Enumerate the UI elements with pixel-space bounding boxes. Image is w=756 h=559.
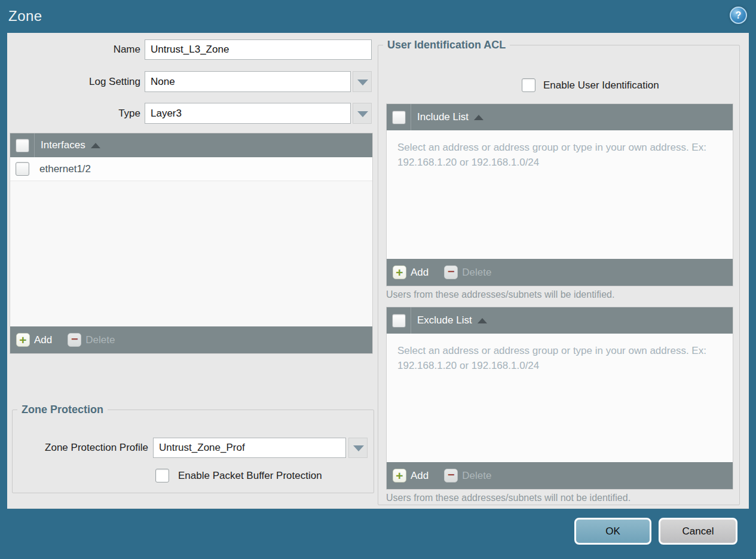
type-label: Type	[7, 103, 140, 124]
add-button-label: Add	[34, 334, 52, 346]
packet-buffer-protection-checkbox[interactable]	[155, 469, 169, 482]
exclude-add-button[interactable]: + Add	[393, 469, 428, 482]
include-list-column-header[interactable]: Include List	[417, 111, 469, 123]
ok-button[interactable]: OK	[574, 518, 651, 545]
sort-ascending-icon[interactable]	[478, 318, 487, 323]
interface-row[interactable]: ethernet1/2	[10, 157, 372, 181]
delete-button-label: Delete	[462, 267, 491, 279]
exclude-select-all-checkbox[interactable]	[392, 314, 406, 328]
zone-dialog-window: Zone ? Name Log Setting None Type Layer3…	[0, 0, 756, 559]
add-button-label: Add	[411, 470, 428, 482]
user-identification-acl-legend: User Identification ACL	[383, 39, 510, 51]
interfaces-list: ethernet1/2	[10, 157, 372, 326]
type-dropdown-button[interactable]	[353, 103, 372, 124]
delete-button-label: Delete	[462, 470, 491, 482]
interfaces-select-all-checkbox[interactable]	[16, 139, 29, 152]
include-list-body[interactable]: Select an address or address group or ty…	[387, 130, 733, 259]
exclude-list-header: Exclude List	[387, 307, 733, 334]
minus-icon: −	[444, 265, 458, 279]
enable-user-identification-checkbox[interactable]	[522, 78, 535, 92]
interface-row-checkbox[interactable]	[16, 162, 29, 176]
exclude-list-hint: Users from these addresses/subnets will …	[386, 493, 630, 503]
zone-protection-profile-dropdown[interactable]: Untrust_Zone_Prof	[153, 438, 346, 458]
include-delete-button[interactable]: − Delete	[444, 265, 491, 279]
chevron-down-icon	[357, 80, 368, 85]
exclude-list-column-header[interactable]: Exclude List	[417, 314, 472, 326]
include-list-placeholder: Select an address or address group or ty…	[387, 130, 721, 180]
plus-icon: +	[393, 265, 406, 279]
add-button-label: Add	[411, 267, 428, 279]
include-select-all-cell	[387, 104, 411, 130]
exclude-select-all-cell	[387, 307, 411, 334]
delete-button-label: Delete	[85, 334, 115, 346]
log-setting-label: Log Setting	[7, 71, 140, 92]
interfaces-select-all-cell	[10, 133, 35, 157]
interfaces-toolbar: + Add − Delete	[10, 326, 372, 353]
zone-protection-profile-dropdown-button[interactable]	[348, 438, 368, 458]
packet-buffer-protection-label: Enable Packet Buffer Protection	[178, 469, 322, 483]
plus-icon: +	[16, 333, 30, 347]
interface-name: ethernet1/2	[39, 163, 91, 175]
log-setting-dropdown-button[interactable]	[353, 71, 372, 92]
minus-icon: −	[444, 469, 458, 482]
include-list-table: Include List Select an address or addres…	[386, 103, 733, 286]
exclude-list-body[interactable]: Select an address or address group or ty…	[387, 334, 733, 462]
include-list-hint: Users from these addresses/subnets will …	[386, 289, 614, 300]
include-list-header: Include List	[387, 104, 733, 130]
help-icon[interactable]: ?	[730, 7, 747, 24]
include-add-button[interactable]: + Add	[393, 265, 428, 279]
name-label: Name	[7, 39, 140, 60]
type-dropdown[interactable]: Layer3	[145, 103, 351, 124]
sort-ascending-icon[interactable]	[474, 115, 483, 120]
chevron-down-icon	[353, 445, 364, 451]
exclude-delete-button[interactable]: − Delete	[444, 469, 491, 482]
zone-protection-group: Zone Protection Zone Protection Profile …	[12, 404, 374, 493]
interfaces-delete-button[interactable]: − Delete	[68, 333, 115, 347]
exclude-list-table: Exclude List Select an address or addres…	[386, 307, 733, 490]
interfaces-table: Interfaces ethernet1/2 + Add − De	[10, 133, 373, 354]
dialog-titlebar: Zone ?	[0, 0, 756, 33]
chevron-down-icon	[357, 111, 368, 117]
log-setting-dropdown[interactable]: None	[145, 71, 351, 92]
plus-icon: +	[393, 469, 406, 482]
interface-row-checkbox-cell	[10, 162, 35, 176]
dialog-title: Zone	[8, 8, 42, 25]
sort-ascending-icon[interactable]	[91, 143, 100, 148]
zone-protection-profile-label: Zone Protection Profile	[13, 438, 148, 458]
zone-protection-legend: Zone Protection	[17, 404, 108, 416]
interfaces-table-header: Interfaces	[10, 133, 372, 157]
interfaces-add-button[interactable]: + Add	[16, 333, 52, 347]
dialog-body: Name Log Setting None Type Layer3 Interf…	[7, 33, 749, 509]
include-select-all-checkbox[interactable]	[392, 111, 406, 124]
exclude-list-toolbar: + Add − Delete	[387, 462, 733, 489]
name-input[interactable]	[145, 39, 372, 60]
minus-icon: −	[68, 333, 81, 347]
include-list-toolbar: + Add − Delete	[387, 259, 733, 286]
cancel-button[interactable]: Cancel	[659, 518, 737, 545]
user-identification-acl-group: User Identification ACL Enable User Iden…	[378, 39, 740, 505]
enable-user-identification-label: Enable User Identification	[543, 78, 659, 93]
exclude-list-placeholder: Select an address or address group or ty…	[387, 334, 721, 383]
interfaces-column-header[interactable]: Interfaces	[41, 139, 85, 151]
